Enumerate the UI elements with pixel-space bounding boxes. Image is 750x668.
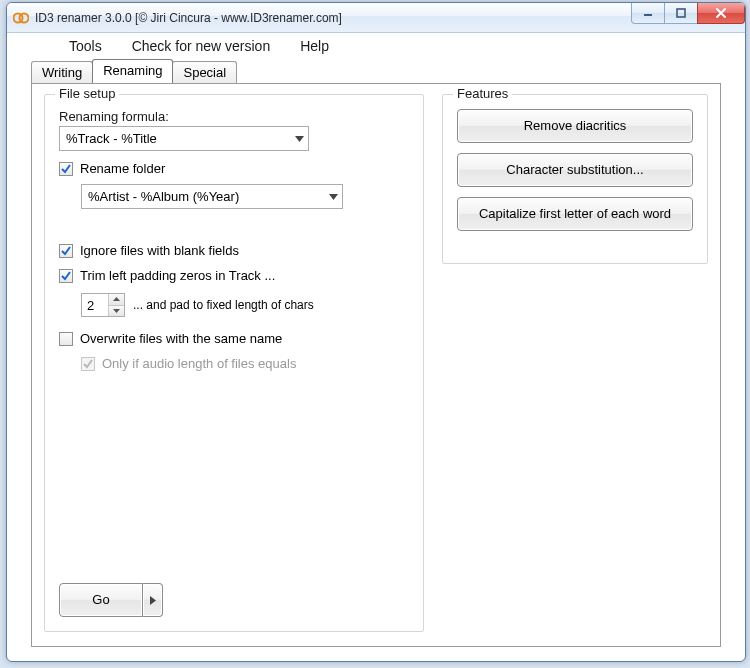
only-if-length-label: Only if audio length of files equals: [102, 356, 296, 371]
maximize-button[interactable]: [664, 3, 698, 24]
minimize-button[interactable]: [631, 3, 665, 24]
pad-length-value: 2: [82, 294, 108, 316]
dropdown-icon: [290, 127, 308, 150]
menubar: Tools Check for new version Help: [7, 33, 745, 59]
overwrite-checkbox[interactable]: Overwrite files with the same name: [59, 331, 409, 346]
tab-page-renaming: File setup Renaming formula: %Track - %T…: [31, 83, 721, 647]
pad-length-spinner[interactable]: 2: [81, 293, 125, 317]
close-button[interactable]: [697, 3, 745, 24]
window-buttons: [632, 3, 745, 24]
pad-suffix-label: ... and pad to fixed length of chars: [133, 298, 314, 312]
checkbox-icon: [59, 244, 73, 258]
menu-help[interactable]: Help: [294, 36, 335, 56]
spinner-up-icon[interactable]: [109, 294, 124, 305]
rename-folder-label: Rename folder: [80, 161, 165, 176]
go-button[interactable]: Go: [59, 583, 143, 617]
ignore-blank-label: Ignore files with blank fields: [80, 243, 239, 258]
checkbox-icon: [59, 269, 73, 283]
groupbox-file-setup: File setup Renaming formula: %Track - %T…: [44, 94, 424, 632]
checkbox-icon: [59, 162, 73, 176]
formula-label: Renaming formula:: [59, 109, 409, 124]
svg-rect-2: [644, 14, 652, 16]
char-substitution-button[interactable]: Character substitution...: [457, 153, 693, 187]
trim-zeros-label: Trim left padding zeros in Track ...: [80, 268, 275, 283]
svg-point-1: [20, 13, 29, 22]
folder-formula-combo[interactable]: %Artist - %Album (%Year): [81, 184, 343, 209]
app-window: ID3 renamer 3.0.0 [© Jiri Cincura - www.…: [6, 2, 746, 662]
folder-formula-value: %Artist - %Album (%Year): [88, 189, 239, 204]
go-split-button[interactable]: [143, 583, 163, 617]
app-icon: [13, 10, 29, 26]
formula-combo[interactable]: %Track - %Title: [59, 126, 309, 151]
titlebar: ID3 renamer 3.0.0 [© Jiri Cincura - www.…: [7, 3, 745, 33]
checkbox-icon: [81, 357, 95, 371]
tab-renaming[interactable]: Renaming: [92, 59, 173, 83]
formula-value: %Track - %Title: [66, 131, 157, 146]
svg-rect-3: [677, 9, 685, 17]
dropdown-icon: [324, 185, 342, 208]
tab-strip: Writing Renaming Special: [7, 59, 745, 83]
remove-diacritics-button[interactable]: Remove diacritics: [457, 109, 693, 143]
current-path-label: C:\Users\Jiri: [0, 343, 3, 420]
menu-check-update[interactable]: Check for new version: [126, 36, 277, 56]
overwrite-label: Overwrite files with the same name: [80, 331, 282, 346]
only-if-length-checkbox: Only if audio length of files equals: [81, 356, 409, 371]
capitalize-button[interactable]: Capitalize first letter of each word: [457, 197, 693, 231]
rename-folder-checkbox[interactable]: Rename folder: [59, 161, 409, 176]
pad-length-row: 2 ... and pad to fixed length of chars: [81, 293, 409, 317]
features-legend: Features: [453, 86, 512, 101]
ignore-blank-checkbox[interactable]: Ignore files with blank fields: [59, 243, 409, 258]
tab-writing[interactable]: Writing: [31, 61, 93, 84]
trim-zeros-checkbox[interactable]: Trim left padding zeros in Track ...: [59, 268, 409, 283]
tab-special[interactable]: Special: [172, 61, 237, 84]
checkbox-icon: [59, 332, 73, 346]
file-setup-legend: File setup: [55, 86, 119, 101]
menu-tools[interactable]: Tools: [63, 36, 108, 56]
window-title: ID3 renamer 3.0.0 [© Jiri Cincura - www.…: [35, 11, 342, 25]
spinner-down-icon[interactable]: [109, 305, 124, 317]
groupbox-features: Features Remove diacritics Character sub…: [442, 94, 708, 264]
